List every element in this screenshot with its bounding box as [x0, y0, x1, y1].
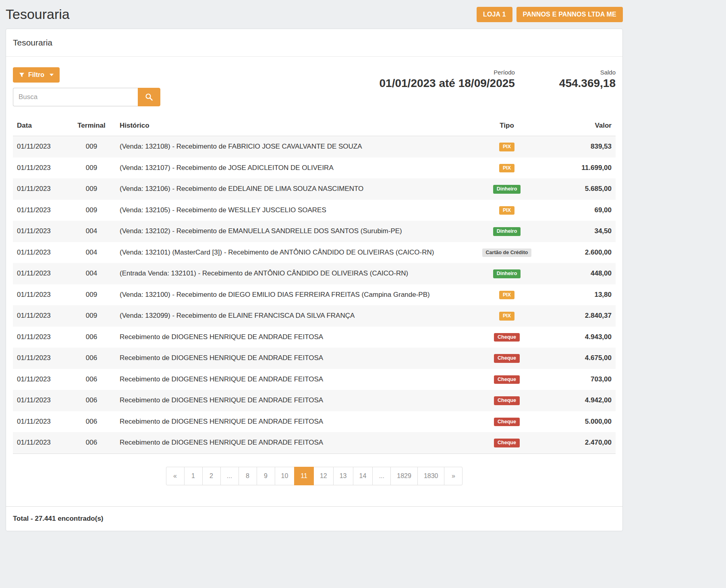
row-terminal: 004 — [67, 263, 116, 284]
pagination-page-14[interactable]: 14 — [353, 467, 373, 485]
period-stat: Período 01/01/2023 até 18/09/2025 — [380, 69, 515, 90]
toolbar: Filtro — [13, 67, 616, 106]
pagination-page-1829[interactable]: 1829 — [390, 467, 418, 485]
row-terminal: 009 — [67, 200, 116, 221]
row-date: 01/11/2023 — [13, 327, 67, 348]
row-valor: 69,00 — [547, 200, 616, 221]
pagination-next[interactable]: » — [444, 467, 463, 485]
row-historico: Recebimento de DIOGENES HENRIQUE DE ANDR… — [116, 390, 467, 411]
row-date: 01/11/2023 — [13, 369, 67, 390]
table-header-row: Data Terminal Histórico Tipo Valor — [13, 117, 616, 136]
pagination-ellipsis-1: ... — [220, 467, 239, 485]
row-valor: 2.840,37 — [547, 305, 616, 327]
pagination-page-11[interactable]: 11 — [294, 467, 314, 485]
pagination: «12...891011121314...18291830» — [13, 467, 616, 506]
row-date: 01/11/2023 — [13, 136, 67, 157]
pagination-page-13[interactable]: 13 — [333, 467, 353, 485]
row-terminal: 006 — [67, 348, 116, 369]
total-summary: Total - 27.441 encontrado(s) — [6, 506, 622, 531]
row-historico: (Venda: 132102) - Recebimento de EMANUEL… — [116, 221, 467, 242]
row-terminal: 009 — [67, 136, 116, 157]
table-row: 01/11/2023 009 (Venda: 132105) - Recebim… — [13, 200, 616, 221]
payment-type-badge: PIX — [499, 206, 514, 215]
row-date: 01/11/2023 — [13, 390, 67, 411]
page-container: Tesouraria LOJA 1 PANNOS E PANNOS LTDA M… — [6, 0, 623, 531]
column-header-valor: Valor — [547, 117, 616, 136]
stats: Período 01/01/2023 até 18/09/2025 Saldo … — [380, 67, 616, 90]
row-valor: 5.685,00 — [547, 178, 616, 200]
payment-type-badge: PIX — [499, 312, 514, 321]
row-historico: Recebimento de DIOGENES HENRIQUE DE ANDR… — [116, 327, 467, 348]
treasury-card: Tesouraria Filtro — [6, 29, 623, 531]
payment-type-badge: Cheque — [494, 333, 520, 342]
row-valor: 4.942,00 — [547, 390, 616, 411]
row-terminal: 006 — [67, 369, 116, 390]
column-header-historico: Histórico — [116, 117, 467, 136]
row-terminal: 006 — [67, 327, 116, 348]
row-valor: 13,80 — [547, 284, 616, 306]
row-historico: (Entrada Venda: 132101) - Recebimento de… — [116, 263, 467, 284]
pagination-page-12[interactable]: 12 — [313, 467, 334, 485]
table-row: 01/11/2023 006 Recebimento de DIOGENES H… — [13, 348, 616, 369]
pagination-ellipsis-2: ... — [372, 467, 391, 485]
row-date: 01/11/2023 — [13, 242, 67, 263]
row-valor: 703,00 — [547, 369, 616, 390]
row-date: 01/11/2023 — [13, 284, 67, 306]
balance-stat: Saldo 454.369,18 — [559, 69, 616, 90]
table-row: 01/11/2023 009 (Venda: 132108) - Recebim… — [13, 136, 616, 157]
pagination-page-1[interactable]: 1 — [184, 467, 203, 485]
search-icon — [145, 93, 153, 101]
top-header: Tesouraria LOJA 1 PANNOS E PANNOS LTDA M… — [6, 0, 623, 27]
row-valor: 5.000,00 — [547, 411, 616, 433]
payment-type-badge: Dinheiro — [493, 269, 521, 278]
table-row: 01/11/2023 004 (Venda: 132102) - Recebim… — [13, 221, 616, 242]
row-date: 01/11/2023 — [13, 305, 67, 327]
row-valor: 34,50 — [547, 221, 616, 242]
table-row: 01/11/2023 009 (Venda: 132107) - Recebim… — [13, 157, 616, 179]
search-group — [13, 88, 160, 106]
payment-type-badge: PIX — [499, 164, 514, 173]
row-historico: (Venda: 132101) (MasterCard [3]) - Receb… — [116, 242, 467, 263]
period-value: 01/01/2023 até 18/09/2025 — [380, 77, 515, 90]
row-terminal: 004 — [67, 221, 116, 242]
row-historico: (Venda: 132100) - Recebimento de DIEGO E… — [116, 284, 467, 306]
left-tools: Filtro — [13, 67, 160, 106]
row-valor: 839,53 — [547, 136, 616, 157]
row-date: 01/11/2023 — [13, 411, 67, 433]
row-date: 01/11/2023 — [13, 348, 67, 369]
payment-type-badge: Cheque — [494, 418, 520, 427]
pagination-page-8[interactable]: 8 — [239, 467, 257, 485]
search-button[interactable] — [138, 88, 160, 106]
pagination-page-1830[interactable]: 1830 — [417, 467, 445, 485]
row-historico: Recebimento de DIOGENES HENRIQUE DE ANDR… — [116, 369, 467, 390]
row-terminal: 004 — [67, 242, 116, 263]
payment-type-badge: Cheque — [494, 439, 520, 447]
company-button[interactable]: PANNOS E PANNOS LTDA ME — [516, 7, 623, 22]
payment-type-badge: Cartão de Crédito — [482, 248, 532, 257]
table-body: 01/11/2023 009 (Venda: 132108) - Recebim… — [13, 136, 616, 454]
row-terminal: 006 — [67, 411, 116, 433]
payment-type-badge: Cheque — [494, 375, 520, 384]
balance-value: 454.369,18 — [559, 77, 616, 90]
row-terminal: 009 — [67, 157, 116, 179]
pagination-prev[interactable]: « — [166, 467, 185, 485]
table-row: 01/11/2023 009 (Venda: 132106) - Recebim… — [13, 178, 616, 200]
search-input[interactable] — [13, 88, 138, 106]
row-valor: 4.943,00 — [547, 327, 616, 348]
table-row: 01/11/2023 006 Recebimento de DIOGENES H… — [13, 369, 616, 390]
filter-icon — [19, 72, 25, 78]
pagination-page-2[interactable]: 2 — [202, 467, 221, 485]
chevron-down-icon — [50, 74, 54, 76]
pagination-page-9[interactable]: 9 — [257, 467, 275, 485]
row-terminal: 009 — [67, 178, 116, 200]
store-button[interactable]: LOJA 1 — [477, 7, 512, 22]
row-valor: 11.699,00 — [547, 157, 616, 179]
top-buttons: LOJA 1 PANNOS E PANNOS LTDA ME — [477, 7, 623, 22]
row-terminal: 006 — [67, 390, 116, 411]
payment-type-badge: Cheque — [494, 396, 520, 405]
filter-button[interactable]: Filtro — [13, 67, 60, 83]
payment-type-badge: PIX — [499, 143, 514, 151]
balance-label: Saldo — [559, 69, 616, 76]
row-valor: 2.470,00 — [547, 432, 616, 453]
pagination-page-10[interactable]: 10 — [275, 467, 295, 485]
